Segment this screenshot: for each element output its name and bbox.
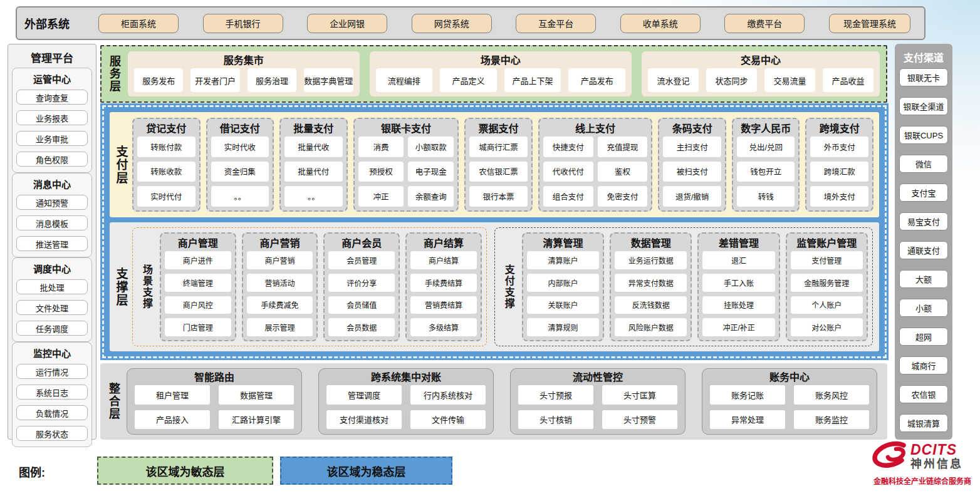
payment-item-box: 兑出/兑回 xyxy=(737,137,795,157)
management-item-box: 通知预警 xyxy=(16,195,88,210)
payment-item-box: 转账收款 xyxy=(137,162,195,182)
support-item-box: 对公账户 xyxy=(791,318,863,336)
management-item-box: 角色权限 xyxy=(16,152,88,167)
external-system-box: 收单系统 xyxy=(620,14,701,33)
integration-item-box: 头寸预警 xyxy=(602,410,677,430)
payment-column: 数字人民币兑出/兑回钱包开立转钱 xyxy=(732,118,800,212)
payment-column-title: 线上支付 xyxy=(543,121,648,137)
service-item-box: 服务治理 xyxy=(248,68,296,92)
support-item-box: 商户营销 xyxy=(247,251,313,269)
payment-item-box: 主扫支付 xyxy=(663,137,721,157)
support-item-box: 金融服务管理 xyxy=(791,274,863,292)
service-panel-title: 交易中心 xyxy=(648,53,873,68)
payment-column-title: 数字人民币 xyxy=(737,121,795,137)
support-section-columns: 清算管理清算账户内部账户关联账户清算规则数据管理业务运行数据异常支付数据反洗钱数… xyxy=(522,232,868,341)
support-column-items: 商户营销营销活动手续费减免展示管理 xyxy=(247,251,313,336)
payment-item-box: 小额取款 xyxy=(408,137,454,157)
support-item-box: 退汇 xyxy=(702,251,774,269)
support-item-box: 风险账户数据 xyxy=(615,318,687,336)
support-item-box: 业务运行数据 xyxy=(615,251,687,269)
payment-column-title: 批量支付 xyxy=(284,121,343,137)
payment-channel-box: 超网 xyxy=(899,328,948,346)
payment-item-box: 境外支付 xyxy=(810,186,868,207)
service-panel-items: 服务发布开发者门户服务治理数据字典管理 xyxy=(134,68,353,92)
payment-item-box: 。。 xyxy=(211,186,269,207)
payment-channels-list: 银联无卡银联全渠道银联CUPS微信支付宝易宝支付通联支付大额小额超网城商行农信银… xyxy=(899,68,948,432)
support-section-label: 场景支撑 xyxy=(137,232,156,341)
payment-layer: 支付层 贷记支付转账付款转账收款实时代付借记支付实时代收资金归集。。批量支付批量… xyxy=(110,112,879,217)
payment-item-box: 快捷支付 xyxy=(543,137,593,157)
payment-channel-box: 银联CUPS xyxy=(899,126,948,144)
service-layer-panels: 服务集市服务发布开发者门户服务治理数据字典管理场景中心流程编排产品定义产品上下架… xyxy=(127,46,886,101)
integration-item-box: 账务记账 xyxy=(710,385,785,405)
service-panel-title: 服务集市 xyxy=(134,53,353,68)
support-column-items: 业务运行数据异常支付数据反洗钱数据风险账户数据 xyxy=(615,251,687,336)
management-item-box: 业务报表 xyxy=(16,110,88,125)
support-column-items: 退汇手工入账挂账处理冲正/补正 xyxy=(702,251,774,336)
payment-item-box: 农信银汇票 xyxy=(469,162,528,182)
management-groups: 运管中心查询查复业务报表业务审批角色权限消息中心通知预警消息模板推送管理调度中心… xyxy=(12,68,92,447)
support-layer-label: 支撑层 xyxy=(110,222,132,351)
payment-column: 条码支付主扫支付被扫支付退货/撤销 xyxy=(658,118,726,212)
support-item-box: 评价分享 xyxy=(328,274,395,292)
support-column-items: 清算账户内部账户关联账户清算规则 xyxy=(527,251,599,336)
management-group: 运管中心查询查复业务报表业务审批角色权限 xyxy=(12,68,92,173)
support-item-box: 商户结算 xyxy=(410,251,477,269)
support-item-box: 异常支付数据 xyxy=(615,274,687,292)
support-column-items: 商户进件终端管理商户风控门店管理 xyxy=(165,251,231,336)
support-item-box: 冲正/补正 xyxy=(702,318,774,336)
integration-layer-label: 整合层 xyxy=(100,363,127,440)
integration-panel: 账务中心账务记账账务风控异常处理账务监控 xyxy=(702,368,877,435)
payment-channel-box: 微信 xyxy=(899,155,948,173)
management-item-box: 运行情况 xyxy=(16,364,88,379)
external-system-box: 企业网银 xyxy=(307,14,387,33)
payment-channel-box: 农信银 xyxy=(899,385,948,403)
payment-column-items: 兑出/兑回钱包开立转钱 xyxy=(737,137,795,207)
integration-item-box: 行内系统核对 xyxy=(410,385,486,405)
integration-item-box: 头寸匡算 xyxy=(602,385,677,405)
stable-layer-container: 支付层 贷记支付转账付款转账收款实时代付借记支付实时代收资金归集。。批量支付批量… xyxy=(102,105,887,358)
management-item-box: 任务调度 xyxy=(16,321,88,336)
management-item-box: 查询查复 xyxy=(16,90,88,105)
support-column-title: 商户会员 xyxy=(328,235,395,251)
payment-channel-box: 银联无卡 xyxy=(899,68,948,86)
payment-column: 借记支付实时代收资金归集。。 xyxy=(206,118,274,212)
payment-item-box: 转钱 xyxy=(737,186,795,207)
payment-item-box: 批量代收 xyxy=(284,137,343,157)
dcits-logo: DCITS 神州信息 金融科技全产业链综合服务商 xyxy=(867,440,978,486)
management-item-box: 消息模板 xyxy=(16,215,88,230)
payment-column-items: 外币支付跨境汇款境外支付 xyxy=(810,137,868,207)
service-item-box: 开发者门户 xyxy=(190,68,239,92)
external-system-box: 互金平台 xyxy=(516,14,596,33)
service-item-box: 产品发布 xyxy=(568,68,625,92)
support-item-box: 反洗钱数据 xyxy=(615,296,687,314)
management-platform-sidebar: 管理平台 运管中心查询查复业务报表业务审批角色权限消息中心通知预警消息模板推送管… xyxy=(8,44,96,440)
support-item-box: 个人账户 xyxy=(791,296,863,314)
payment-column: 贷记支付转账付款转账收款实时代付 xyxy=(132,118,201,212)
payment-column-title: 银联卡支付 xyxy=(358,121,454,137)
support-column: 商户会员会员管理评价分享会员储值会员数据 xyxy=(323,232,400,341)
payment-column-items: 主扫支付被扫支付退货/撤销 xyxy=(663,137,721,207)
support-column-items: 商户结算手续费结算营销费结算多级结算 xyxy=(410,251,477,336)
management-group-items: 通知预警消息模板推送管理 xyxy=(16,195,88,251)
payment-item-box: 外币支付 xyxy=(810,137,868,157)
support-item-box: 多级结算 xyxy=(410,318,477,336)
management-group: 监控中心运行情况系统日志负载情况服务状态 xyxy=(12,342,92,447)
integration-item-box: 管理调度 xyxy=(326,385,402,405)
support-column: 商户营销商户营销营销活动手续费减免展示管理 xyxy=(242,232,318,341)
support-column-title: 数据管理 xyxy=(615,235,687,251)
integration-panel-title: 智能路由 xyxy=(135,370,294,385)
support-item-box: 挂账处理 xyxy=(702,296,774,314)
management-item-box: 批处理 xyxy=(16,279,88,294)
management-item-box: 文件处理 xyxy=(16,300,88,315)
service-item-box: 服务发布 xyxy=(134,68,183,92)
support-item-box: 会员管理 xyxy=(328,251,395,269)
support-layer: 支撑层 场景支撑商户管理商户进件终端管理商户风控门店管理商户营销商户营销营销活动… xyxy=(110,222,879,351)
dcits-logo-name: DCITS xyxy=(910,442,963,457)
payment-channel-box: 城商行 xyxy=(899,356,948,374)
integration-item-box: 头寸核销 xyxy=(518,410,593,430)
management-group-title: 监控中心 xyxy=(16,346,88,359)
service-item-box: 数据字典管理 xyxy=(304,68,353,92)
support-section-columns: 商户管理商户进件终端管理商户风控门店管理商户营销商户营销营销活动手续费减免展示管… xyxy=(160,232,482,341)
support-column: 商户结算商户结算手续费结算营销费结算多级结算 xyxy=(405,232,482,341)
